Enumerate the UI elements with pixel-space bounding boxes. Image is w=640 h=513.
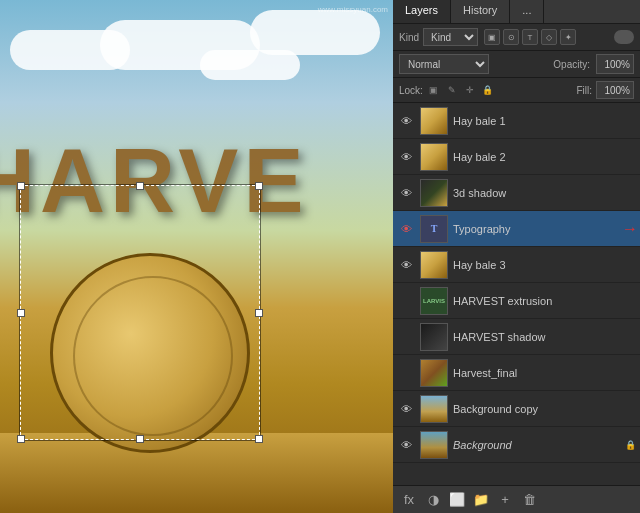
arrow-indicator-typography: → <box>622 220 638 238</box>
eye-icon-background[interactable]: 👁 <box>397 436 415 454</box>
eye-icon-hay-bale-1[interactable]: 👁 <box>397 112 415 130</box>
eye-icon-3d-shadow[interactable]: 👁 <box>397 184 415 202</box>
layer-item-3d-shadow[interactable]: 👁3d shadow <box>393 175 640 211</box>
layer-item-harvest-extrusion[interactable]: LARVISHARVEST extrusion <box>393 283 640 319</box>
layer-thumbnail-hay-bale-3 <box>420 251 448 279</box>
selection-handle-tr[interactable] <box>255 182 263 190</box>
eye-icon-hay-bale-2[interactable]: 👁 <box>397 148 415 166</box>
layer-item-hay-bale-3[interactable]: 👁Hay bale 3 <box>393 247 640 283</box>
layer-name-hay-bale-1: Hay bale 1 <box>453 115 636 127</box>
eye-icon-harvest-final[interactable] <box>397 364 415 382</box>
layer-thumbnail-harvest-shadow <box>420 323 448 351</box>
layer-locked-icon-background: 🔒 <box>625 440 636 450</box>
selection-handle-bl[interactable] <box>17 435 25 443</box>
lock-position-icon[interactable]: ✛ <box>463 83 477 97</box>
lock-all-icon[interactable]: 🔒 <box>481 83 495 97</box>
layer-item-background[interactable]: 👁Background🔒 <box>393 427 640 463</box>
filter-icons: ▣ ⊙ T ◇ ✦ <box>484 29 576 45</box>
layer-name-hay-bale-3: Hay bale 3 <box>453 259 636 271</box>
layer-name-harvest-shadow: HARVEST shadow <box>453 331 636 343</box>
lock-fill-row: Lock: ▣ ✎ ✛ 🔒 Fill: <box>393 78 640 103</box>
eye-icon-background-copy[interactable]: 👁 <box>397 400 415 418</box>
layer-name-background: Background <box>453 439 621 451</box>
eye-icon-typography[interactable]: 👁 <box>397 220 415 238</box>
canvas-area: HARVE www.missyuan.com <box>0 0 393 513</box>
canvas-image: HARVE www.missyuan.com <box>0 0 393 513</box>
layer-thumbnail-harvest-extrusion: LARVIS <box>420 287 448 315</box>
kind-filter-row: Kind Kind ▣ ⊙ T ◇ ✦ <box>393 24 640 51</box>
layer-group-button[interactable]: 📁 <box>471 490 491 510</box>
opacity-input[interactable] <box>596 54 634 74</box>
selection-handle-tl[interactable] <box>17 182 25 190</box>
layer-name-harvest-final: Harvest_final <box>453 367 636 379</box>
layer-item-harvest-final[interactable]: Harvest_final <box>393 355 640 391</box>
eye-icon-harvest-shadow[interactable] <box>397 328 415 346</box>
filter-toggle[interactable] <box>614 30 634 44</box>
selection-box <box>20 185 260 440</box>
layer-thumbnail-hay-bale-1 <box>420 107 448 135</box>
lock-image-icon[interactable]: ✎ <box>445 83 459 97</box>
tab-more[interactable]: ... <box>510 0 544 23</box>
eye-icon-hay-bale-3[interactable]: 👁 <box>397 256 415 274</box>
layer-item-hay-bale-1[interactable]: 👁Hay bale 1 <box>393 103 640 139</box>
filter-smart-icon[interactable]: ✦ <box>560 29 576 45</box>
selection-handle-ml[interactable] <box>17 309 25 317</box>
tab-layers[interactable]: Layers <box>393 0 451 23</box>
layer-name-3d-shadow: 3d shadow <box>453 187 636 199</box>
lock-transparent-icon[interactable]: ▣ <box>427 83 441 97</box>
kind-label: Kind <box>399 32 419 43</box>
filter-adjust-icon[interactable]: ⊙ <box>503 29 519 45</box>
layer-name-harvest-extrusion: HARVEST extrusion <box>453 295 636 307</box>
layer-name-background-copy: Background copy <box>453 403 636 415</box>
filter-pixel-icon[interactable]: ▣ <box>484 29 500 45</box>
layer-thumbnail-harvest-final <box>420 359 448 387</box>
panel-tabs: Layers History ... <box>393 0 640 24</box>
layer-delete-button[interactable]: 🗑 <box>519 490 539 510</box>
fill-label: Fill: <box>576 85 592 96</box>
fill-input[interactable] <box>596 81 634 99</box>
layer-item-hay-bale-2[interactable]: 👁Hay bale 2 <box>393 139 640 175</box>
layer-new-button[interactable]: + <box>495 490 515 510</box>
filter-shape-icon[interactable]: ◇ <box>541 29 557 45</box>
layer-name-hay-bale-2: Hay bale 2 <box>453 151 636 163</box>
filter-type-icon[interactable]: T <box>522 29 538 45</box>
cloud-4 <box>250 10 380 55</box>
layer-item-background-copy[interactable]: 👁Background copy <box>393 391 640 427</box>
selection-handle-br[interactable] <box>255 435 263 443</box>
ground <box>0 433 393 513</box>
layers-panel: Layers History ... Kind Kind ▣ ⊙ T ◇ ✦ N… <box>393 0 640 513</box>
kind-select[interactable]: Kind <box>423 28 478 46</box>
blend-mode-select[interactable]: Normal <box>399 54 489 74</box>
layer-mask-button[interactable]: ⬜ <box>447 490 467 510</box>
layer-item-typography[interactable]: 👁TTypography→ <box>393 211 640 247</box>
layer-adjust-button[interactable]: ◑ <box>423 490 443 510</box>
opacity-label: Opacity: <box>553 59 590 70</box>
layer-item-harvest-shadow[interactable]: HARVEST shadow <box>393 319 640 355</box>
layer-toolbar: fx ◑ ⬜ 📁 + 🗑 <box>393 485 640 513</box>
layer-fx-button[interactable]: fx <box>399 490 419 510</box>
tab-history[interactable]: History <box>451 0 510 23</box>
layer-thumbnail-3d-shadow <box>420 179 448 207</box>
selection-handle-mr[interactable] <box>255 309 263 317</box>
layer-thumbnail-typography: T <box>420 215 448 243</box>
selection-handle-bm[interactable] <box>136 435 144 443</box>
selection-handle-tm[interactable] <box>136 182 144 190</box>
layer-thumbnail-background <box>420 431 448 459</box>
layer-thumbnail-background-copy <box>420 395 448 423</box>
layers-list: 👁Hay bale 1👁Hay bale 2👁3d shadow👁TTypogr… <box>393 103 640 485</box>
watermark: www.missyuan.com <box>318 5 388 14</box>
lock-label: Lock: <box>399 85 423 96</box>
eye-icon-harvest-extrusion[interactable] <box>397 292 415 310</box>
lock-icons: ▣ ✎ ✛ 🔒 <box>427 83 495 97</box>
blend-mode-row: Normal Opacity: <box>393 51 640 78</box>
layer-thumbnail-hay-bale-2 <box>420 143 448 171</box>
layer-name-typography: Typography <box>453 223 636 235</box>
